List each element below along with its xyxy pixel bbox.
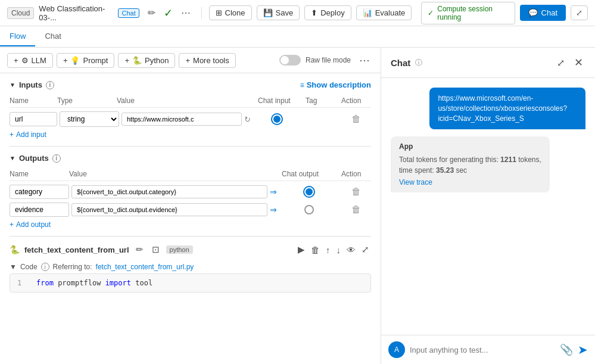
code-down-button[interactable]: ↓ [335, 242, 343, 257]
tab-chat[interactable]: Chat [35, 27, 70, 46]
add-output-link[interactable]: + Add output [10, 220, 371, 229]
chat-info-icon[interactable]: ⓘ [415, 58, 422, 68]
outputs-expand-arrow[interactable]: ▼ [10, 155, 15, 161]
code-edit-button[interactable]: ✏ [134, 242, 145, 257]
evaluate-icon: 📊 [363, 8, 372, 17]
python-label: Python [145, 56, 169, 65]
clone-button[interactable]: ⊞ Clone [209, 5, 252, 20]
divider [201, 7, 202, 19]
expand-button[interactable]: ⤢ [571, 5, 588, 20]
col-chat-input: Chat input [258, 97, 306, 105]
code-info-icon[interactable]: i [41, 263, 49, 271]
tab-flow[interactable]: Flow [0, 27, 35, 46]
add-python-button[interactable]: + 🐍 Python [118, 53, 175, 68]
delete-input-button[interactable]: 🗑 [341, 114, 371, 125]
chat-expand-button[interactable]: ⤢ [554, 55, 567, 71]
input-type-select[interactable]: string [60, 111, 119, 127]
chat-output-radio-1-wrap [279, 187, 339, 197]
input-value-field[interactable] [122, 113, 242, 126]
output-name-1[interactable] [10, 185, 69, 199]
output-arrow-2[interactable]: ⇒ [270, 205, 277, 214]
save-button[interactable]: 💾 Save [257, 5, 300, 20]
chat-input[interactable] [410, 346, 555, 354]
time-value: 35.23 [436, 166, 454, 175]
edit-button[interactable]: ✏ [144, 5, 159, 21]
chat-input-radio[interactable] [272, 114, 282, 124]
code-copy-button[interactable]: ⊡ [150, 242, 161, 257]
code-tool: tool [135, 279, 152, 287]
tokens-text: Total tokens for generating this: [399, 155, 500, 164]
code-subheader: ▼ Code i Referring to: fetch_text_conten… [10, 260, 371, 273]
code-expand-arrow[interactable]: ▼ [10, 263, 17, 271]
refresh-icon[interactable]: ↻ [244, 115, 251, 124]
plus-icon-2: + [63, 56, 68, 65]
input-name-field[interactable] [10, 112, 57, 126]
delete-output-2-button[interactable]: 🗑 [341, 204, 371, 215]
code-text: from promptflow import tool [36, 279, 152, 287]
evaluate-label: Evaluate [375, 8, 406, 17]
add-prompt-button[interactable]: + 💡 Prompt [57, 53, 115, 68]
show-description-label: Show description [307, 80, 371, 89]
more-tools-button[interactable]: + More tools [179, 53, 235, 68]
output-arrow-1[interactable]: ⇒ [270, 187, 277, 197]
code-eye-button[interactable]: 👁 [345, 242, 357, 257]
compute-status: ✓ Compute session running [421, 2, 515, 24]
inputs-info-icon[interactable]: i [46, 81, 54, 89]
out-col-action: Action [341, 170, 371, 178]
chat-close-button[interactable]: ✕ [572, 54, 585, 71]
chat-main-button[interactable]: 💬 Chat [520, 5, 566, 21]
output-value-1-field[interactable] [71, 185, 267, 198]
add-llm-button[interactable]: + ⚙ LLM [7, 53, 53, 68]
output-value-2-field[interactable] [71, 203, 267, 216]
col-tag: Tag [306, 97, 341, 105]
deploy-button[interactable]: ⬆ Deploy [304, 5, 351, 20]
project-title: Web Classification-03-... [39, 4, 113, 22]
send-button[interactable]: ➤ [578, 343, 588, 357]
chat-panel: Chat ⓘ ⤢ ✕ https://www.microsoft.com/en-… [381, 48, 595, 364]
evaluate-button[interactable]: 📊 Evaluate [356, 5, 412, 20]
toolbar-more-button[interactable]: ⋯ [356, 52, 373, 68]
inputs-expand-arrow[interactable]: ▼ [10, 82, 15, 88]
delete-output-1-button[interactable]: 🗑 [341, 186, 371, 197]
out-col-name: Name [10, 170, 69, 178]
chat-btn-label: Chat [541, 8, 557, 17]
add-input-link[interactable]: + Add input [10, 130, 371, 139]
plus-icon-4: + [185, 56, 190, 65]
chat-output-radio-2[interactable] [304, 205, 314, 214]
outputs-table-header: Name Value Chat output Action [10, 167, 371, 181]
more-button[interactable]: ⋯ [177, 5, 194, 21]
tokens-unit: tokens, [516, 155, 541, 164]
more-tools-label: More tools [193, 56, 229, 65]
view-trace-link[interactable]: View trace [399, 178, 541, 186]
show-description-btn[interactable]: ≡ Show description [300, 80, 371, 89]
code-expand-button[interactable]: ⤢ [360, 242, 371, 257]
code-delete-button[interactable]: 🗑 [309, 242, 322, 257]
code-tools: ▶ 🗑 ↑ ↓ 👁 ⤢ [296, 242, 371, 257]
attach-button[interactable]: 📎 [560, 343, 573, 356]
col-type: Type [57, 97, 117, 105]
col-value: Value [117, 97, 258, 105]
table-row: ⇒ 🗑 [10, 203, 371, 217]
flow-toolbar: + ⚙ LLM + 💡 Prompt + 🐍 Python + More too… [0, 48, 381, 73]
raw-file-toggle[interactable] [279, 55, 301, 66]
plus-icon-3: + [124, 56, 129, 65]
llm-icon: ⚙ [21, 56, 29, 65]
code-label: Code [20, 263, 38, 271]
output-name-2[interactable] [10, 203, 69, 217]
code-run-button[interactable]: ▶ [296, 242, 307, 257]
keyword-from: from [36, 279, 54, 287]
cloud-badge: Cloud [7, 7, 34, 19]
app-message: App Total tokens for generating this: 12… [391, 136, 550, 192]
col-action: Action [341, 97, 371, 105]
main-layout: + ⚙ LLM + 💡 Prompt + 🐍 Python + More too… [0, 48, 595, 364]
prompt-label: Prompt [83, 56, 108, 65]
tokens-value: 1211 [500, 155, 516, 164]
code-ref-link[interactable]: fetch_text_content_from_url.py [96, 263, 194, 271]
inputs-table-header: Name Type Value Chat input Tag Action [10, 94, 371, 108]
outputs-info-icon[interactable]: i [52, 154, 61, 163]
code-up-button[interactable]: ↑ [324, 242, 332, 257]
time-text: time spent: [399, 166, 436, 175]
code-block-header: 🐍 fetch_text_content_from_url ✏ ⊡ python… [10, 237, 371, 260]
compute-check-icon: ✓ [428, 9, 434, 17]
chat-output-radio-1[interactable] [304, 187, 314, 197]
